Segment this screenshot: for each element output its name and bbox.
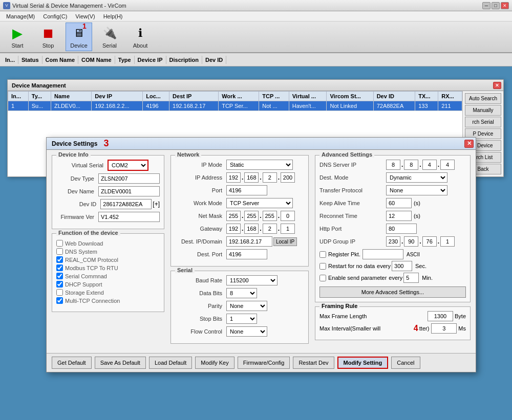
max-interval-input[interactable]: 3 [431, 323, 457, 334]
data-bits-select[interactable]: 8 7 [226, 288, 257, 298]
serial-button[interactable]: 🔌 Serial [96, 23, 123, 51]
gw-a3[interactable]: 2 [263, 224, 277, 234]
udp-a3[interactable]: 76 [422, 236, 437, 247]
work-mode-select[interactable]: TCP Server TCP Client UDP [226, 198, 293, 208]
dest-mode-select[interactable]: Dynamic Static [386, 172, 447, 183]
modify-key-button[interactable]: Modify Key [195, 357, 234, 369]
ip-a3[interactable]: 2 [263, 172, 277, 183]
menu-help[interactable]: Help(H) [99, 13, 127, 20]
enable-send-param-row: Enable send parameter every 5 Min. [319, 273, 466, 283]
menu-manage[interactable]: Manage(M) [2, 13, 39, 20]
ip-a2[interactable]: 168 [244, 172, 259, 183]
firmware-input[interactable]: V1.452 [98, 212, 160, 222]
load-default-button[interactable]: Load Default [149, 357, 192, 369]
device-settings-close-button[interactable]: ✕ [464, 140, 474, 148]
stop-button[interactable]: ⏹ Stop [35, 23, 61, 51]
firmware-config-button[interactable]: Firmware/Config [238, 357, 290, 369]
gateway-group: 192 . 168 . 2 . 1 [226, 224, 295, 234]
copy-icon: [+] [153, 201, 160, 208]
manually-button[interactable]: Manually [465, 105, 501, 116]
nm-a1[interactable]: 255 [226, 211, 241, 221]
multi-tcp-checkbox[interactable] [56, 297, 63, 304]
ip-mode-select[interactable]: Static DHCP [226, 160, 293, 170]
device-settings-footer: Get Default Save As Default Load Default… [47, 353, 476, 372]
udp-a2[interactable]: 90 [404, 236, 418, 247]
serial-cmd-checkbox[interactable] [56, 273, 63, 279]
more-advanced-button[interactable]: More Advaced Settings... [319, 286, 466, 298]
table-row[interactable]: 1 Su... ZLDEV0... 192.168.2.2... 4196 19… [8, 101, 462, 111]
udp-a1[interactable]: 230 [386, 236, 400, 247]
nm-a2[interactable]: 255 [244, 211, 259, 221]
register-pkt-input[interactable] [362, 249, 403, 259]
stop-bits-select[interactable]: 1 2 [226, 314, 257, 324]
web-download-checkbox[interactable] [56, 240, 63, 247]
port-input[interactable]: 4196 [226, 185, 267, 195]
dns-a2[interactable]: 8 [404, 160, 418, 170]
col-description: Discription [166, 56, 202, 64]
storage-checkbox[interactable] [56, 289, 63, 296]
close-button[interactable]: ✕ [501, 2, 509, 9]
transfer-proto-select[interactable]: None Modbus [386, 185, 447, 195]
cancel-button[interactable]: Cancel [391, 357, 420, 369]
every-label2: every [389, 275, 402, 281]
annotation-1: 1 [82, 22, 87, 30]
dest-port-input[interactable]: 4196 [226, 249, 267, 259]
virtual-serial-select[interactable]: COM2 COM3 COM4 [108, 160, 148, 171]
restart-no-data-checkbox[interactable] [319, 263, 326, 270]
save-as-default-button[interactable]: Save As Default [95, 357, 146, 369]
local-ip-button[interactable]: Local IP [273, 237, 297, 246]
menu-view[interactable]: View(V) [71, 13, 99, 20]
dhcp-checkbox[interactable] [56, 281, 63, 288]
gw-a2[interactable]: 168 [244, 224, 259, 234]
baud-rate-select[interactable]: 115200 9600 19200 38400 [226, 275, 278, 285]
dest-ip-input[interactable]: 192.168.2.17 [226, 236, 272, 247]
enable-send-param-checkbox[interactable] [319, 275, 326, 281]
th-dev-ip: Dev IP [92, 92, 143, 101]
dev-id-input[interactable]: 286172A882EA [100, 199, 152, 209]
menu-config[interactable]: Config(C) [39, 13, 71, 20]
device-button[interactable]: 🖥 Device 1 [66, 23, 92, 51]
about-button[interactable]: ℹ About [127, 23, 154, 51]
dns-a3[interactable]: 4 [422, 160, 437, 170]
auto-search-button[interactable]: Auto Search [465, 93, 501, 104]
search-serial-button[interactable]: rch Serial [465, 117, 501, 127]
about-label: About [133, 42, 148, 49]
maximize-button[interactable]: □ [492, 2, 500, 9]
ascii-label: ASCII [407, 252, 420, 257]
dev-name-input[interactable]: ZLDEV0001 [98, 186, 160, 196]
ip-a4[interactable]: 200 [281, 172, 295, 183]
send-param-time-input[interactable]: 5 [403, 273, 419, 283]
udp-a4[interactable]: 1 [440, 236, 455, 247]
gw-a1[interactable]: 192 [226, 224, 241, 234]
restart-time-input[interactable]: 300 [392, 261, 412, 271]
nm-a3[interactable]: 255 [263, 211, 277, 221]
minimize-button[interactable]: ─ [482, 2, 490, 9]
restart-dev-button[interactable]: Restart Dev [293, 357, 334, 369]
real-com-checkbox[interactable] [56, 256, 63, 263]
register-pkt-checkbox[interactable] [319, 251, 326, 258]
http-port-input[interactable]: 80 [386, 224, 417, 234]
get-default-button[interactable]: Get Default [52, 357, 92, 369]
parity-select[interactable]: None Even Odd [226, 301, 267, 311]
advanced-section: Advanced Settings DNS Server IP 8 . 8 . … [315, 155, 471, 302]
port-row: Port 4196 [175, 185, 304, 195]
dns-system-checkbox[interactable] [56, 248, 63, 255]
keep-alive-input[interactable]: 60 [386, 198, 412, 208]
flow-control-select[interactable]: None RTS/CTS [226, 326, 267, 337]
dns-a1[interactable]: 8 [386, 160, 400, 170]
ip-a1[interactable]: 192 [226, 172, 241, 183]
nm-a4[interactable]: 0 [281, 211, 295, 221]
device-mgmt-close-button[interactable]: ✕ [493, 82, 501, 89]
dns-a4[interactable]: 4 [440, 160, 455, 170]
modbus-checkbox[interactable] [56, 264, 63, 271]
cell-tx: 133 [415, 101, 438, 111]
max-frame-input[interactable]: 1300 [428, 311, 453, 321]
cell-vircom: Not Linked [327, 101, 373, 111]
th-tx: TX... [415, 92, 438, 101]
th-loc: Loc... [143, 92, 169, 101]
reconnect-input[interactable]: 12 [386, 211, 412, 221]
gw-a4[interactable]: 1 [281, 224, 295, 234]
dev-type-input[interactable]: ZLSN2007 [98, 173, 160, 184]
modify-setting-button[interactable]: Modify Setting [337, 357, 389, 369]
start-button[interactable]: ▶ Start [4, 23, 31, 51]
